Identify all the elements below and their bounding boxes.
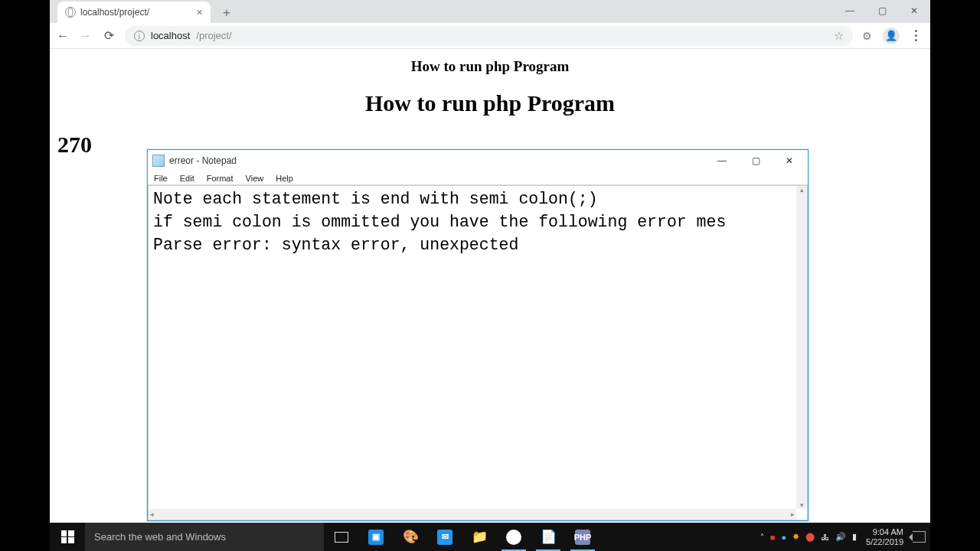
menu-edit[interactable]: Edit xyxy=(180,174,194,183)
taskbar-clock[interactable]: 9:04 AM 5/22/2019 xyxy=(863,527,906,547)
menu-format[interactable]: Format xyxy=(207,174,234,183)
maximize-button[interactable]: ▢ xyxy=(866,0,898,21)
clock-time: 9:04 AM xyxy=(866,527,903,537)
text-line: Parse error: syntax error, unexpected xyxy=(153,233,802,256)
taskbar-app-explorer[interactable]: 📁 xyxy=(462,523,496,551)
bookmark-star-icon[interactable]: ☆ xyxy=(834,29,844,43)
tray-icon[interactable]: ● xyxy=(781,533,786,542)
chrome-toolbar: ← → ⟳ i localhost/project/ ☆ ⚙ 👤 xyxy=(50,23,930,49)
menu-view[interactable]: View xyxy=(246,174,264,183)
tray-volume-icon[interactable]: 🔊 xyxy=(835,532,846,542)
tray-icon[interactable]: ✸ xyxy=(792,532,799,542)
notepad-text-area[interactable]: Note each statement is end with semi col… xyxy=(148,185,808,520)
notepad-close-button[interactable]: ✕ xyxy=(773,152,806,170)
taskbar-search-input[interactable]: Search the web and Windows xyxy=(85,523,324,551)
tray-icon[interactable]: ■ xyxy=(770,533,776,542)
tray-network-icon[interactable]: 🖧 xyxy=(821,533,829,542)
nav-back-button[interactable]: ← xyxy=(56,29,70,43)
tray-overflow-icon[interactable]: ˄ xyxy=(760,533,764,541)
start-button[interactable] xyxy=(50,523,85,551)
globe-icon xyxy=(65,7,76,18)
tray-icon[interactable]: ⬤ xyxy=(805,532,815,542)
page-content: How to run php Program How to run php Pr… xyxy=(50,49,930,164)
notepad-maximize-button[interactable]: ▢ xyxy=(739,152,773,170)
action-center-icon[interactable] xyxy=(913,531,926,543)
notepad-titlebar[interactable]: erreor - Notepad — ▢ ✕ xyxy=(148,150,808,171)
close-button[interactable]: ✕ xyxy=(898,0,930,21)
chrome-tab-strip: localhost/project/ ✕ + — ▢ ✕ xyxy=(50,0,930,23)
minimize-button[interactable]: — xyxy=(834,0,866,21)
menu-help[interactable]: Help xyxy=(276,174,293,183)
page-title-small: How to run php Program xyxy=(50,49,930,81)
taskbar-app-notepad[interactable]: 📄 xyxy=(531,523,565,551)
taskbar-app-chrome[interactable]: ◉ xyxy=(497,523,531,551)
site-info-icon[interactable]: i xyxy=(134,31,145,41)
taskbar-app-mail[interactable]: ✉ xyxy=(428,523,462,551)
extension-icon[interactable]: ⚙ xyxy=(862,30,872,42)
notepad-window: erreor - Notepad — ▢ ✕ File Edit Format … xyxy=(147,149,808,521)
text-line: if semi colon is ommitted you have the f… xyxy=(153,210,802,233)
chrome-menu-button[interactable] xyxy=(910,30,921,41)
page-title-large: How to run php Program xyxy=(50,81,930,126)
menu-file[interactable]: File xyxy=(154,174,168,183)
nav-reload-button[interactable]: ⟳ xyxy=(102,29,116,43)
taskbar-app-camera[interactable]: ▣ xyxy=(359,523,393,551)
notepad-app-icon xyxy=(152,155,165,167)
clock-date: 5/22/2019 xyxy=(866,537,903,547)
taskbar-app-paint[interactable]: 🎨 xyxy=(394,523,427,551)
tray-battery-icon[interactable]: ▮ xyxy=(852,532,857,542)
taskbar-search-placeholder: Search the web and Windows xyxy=(94,531,226,543)
notepad-vertical-scrollbar[interactable] xyxy=(796,186,807,509)
browser-tab[interactable]: localhost/project/ ✕ xyxy=(57,2,211,23)
new-tab-button[interactable]: + xyxy=(217,3,237,23)
nav-forward-button[interactable]: → xyxy=(79,29,93,43)
profile-avatar-icon[interactable]: 👤 xyxy=(883,28,900,44)
notepad-horizontal-scrollbar[interactable]: ◂▸ xyxy=(149,509,796,520)
tab-close-icon[interactable]: ✕ xyxy=(196,8,203,18)
notepad-title-text: erreor - Notepad xyxy=(169,155,237,166)
taskbar: Search the web and Windows ▣ 🎨 ✉ 📁 ◉ 📄 P… xyxy=(50,523,930,551)
url-path: /project/ xyxy=(196,30,231,41)
taskbar-app-php[interactable]: PHP xyxy=(566,523,599,551)
tab-title: localhost/project/ xyxy=(80,7,149,18)
address-bar[interactable]: i localhost/project/ ☆ xyxy=(125,26,853,46)
windows-logo-icon xyxy=(61,530,74,543)
notepad-minimize-button[interactable]: — xyxy=(705,152,739,170)
notepad-menubar: File Edit Format View Help xyxy=(148,171,808,185)
url-host: localhost xyxy=(151,30,190,41)
text-line: Note each statement is end with semi col… xyxy=(153,187,802,210)
task-view-button[interactable] xyxy=(325,523,358,551)
system-tray: ˄ ■ ● ✸ ⬤ 🖧 🔊 ▮ 9:04 AM 5/22/2019 xyxy=(756,523,930,551)
